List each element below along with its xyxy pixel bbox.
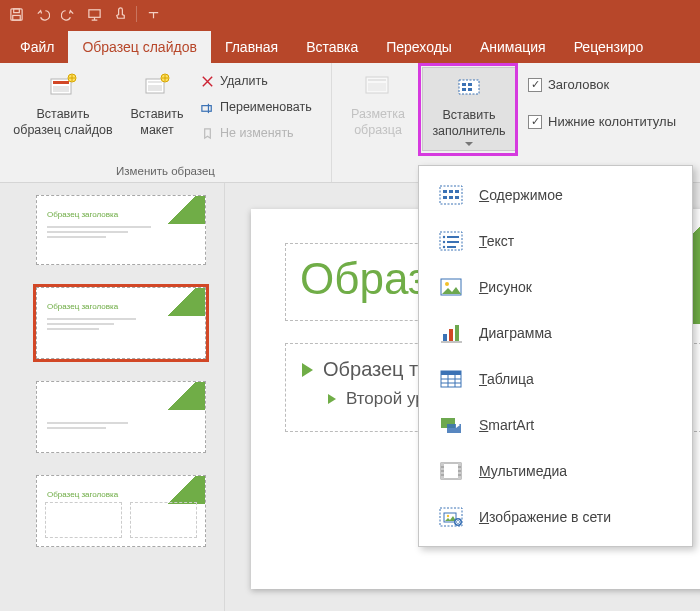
master-edit-small-buttons: Удалить Переименовать Не изменять: [196, 67, 315, 143]
placeholder-checkboxes: ✓Заголовок ✓Нижние колонтитулы: [522, 67, 676, 131]
svg-rect-32: [447, 241, 459, 243]
svg-rect-2: [12, 15, 20, 20]
insert-layout-label: Вставить макет: [131, 107, 184, 138]
svg-rect-14: [368, 79, 386, 81]
svg-point-33: [443, 246, 445, 248]
svg-rect-15: [368, 83, 386, 91]
qat-customize-button[interactable]: [141, 3, 165, 25]
svg-rect-37: [443, 334, 447, 341]
insert-layout-icon: [140, 70, 174, 104]
svg-rect-19: [462, 88, 466, 91]
tab-home[interactable]: Главная: [211, 31, 292, 63]
insert-master-icon: [46, 70, 80, 104]
menu-picture[interactable]: Рисунок: [419, 264, 692, 310]
svg-rect-34: [447, 246, 456, 248]
rename-icon: [199, 99, 215, 115]
master-layout-button: Разметка образца: [340, 67, 416, 138]
table-icon: [437, 365, 465, 393]
svg-point-49: [447, 515, 449, 517]
thumb-layout-2[interactable]: [36, 381, 206, 453]
menu-text[interactable]: Текст: [419, 218, 692, 264]
text-icon: [437, 227, 465, 255]
undo-button[interactable]: [30, 3, 54, 25]
menu-online-image[interactable]: Изображение в сети: [419, 494, 692, 540]
preserve-button: Не изменять: [196, 123, 315, 143]
thumb-layout-3[interactable]: Образец заголовка: [36, 475, 206, 547]
menu-media[interactable]: Мультимедиа: [419, 448, 692, 494]
svg-rect-1: [13, 8, 19, 12]
svg-rect-12: [201, 105, 210, 111]
thumbnail-panel[interactable]: Образец заголовка Образец заголовка Обра…: [0, 183, 225, 611]
footers-checkbox[interactable]: ✓Нижние колонтитулы: [528, 112, 676, 131]
menu-smartart[interactable]: SmartArt: [419, 402, 692, 448]
tab-slide-master[interactable]: Образец слайдов: [68, 31, 210, 63]
thumb-master[interactable]: Образец заголовка: [36, 195, 206, 265]
touch-mode-button[interactable]: [108, 3, 132, 25]
svg-rect-3: [88, 9, 99, 17]
online-image-icon: [437, 503, 465, 531]
slideshow-button[interactable]: [82, 3, 106, 25]
smartart-icon: [437, 411, 465, 439]
svg-rect-17: [462, 83, 466, 86]
menu-table[interactable]: Таблица: [419, 356, 692, 402]
insert-layout-button[interactable]: Вставить макет: [124, 67, 190, 138]
svg-rect-26: [449, 196, 453, 199]
bullet-icon: [302, 363, 313, 377]
svg-rect-9: [148, 81, 162, 83]
placeholder-dropdown-menu: Содержимое Текст Рисунок Диаграмма Табли…: [418, 165, 693, 547]
menu-content[interactable]: Содержимое: [419, 172, 692, 218]
check-icon: ✓: [528, 115, 542, 129]
svg-rect-22: [443, 190, 447, 193]
insert-placeholder-icon: [452, 71, 486, 105]
redo-button[interactable]: [56, 3, 80, 25]
svg-point-29: [443, 236, 445, 238]
quick-access-toolbar: [0, 0, 700, 28]
menu-chart[interactable]: Диаграмма: [419, 310, 692, 356]
ribbon-group-edit-master: Вставить образец слайдов Вставить макет …: [0, 63, 332, 182]
svg-rect-24: [455, 190, 459, 193]
master-layout-icon: [361, 70, 395, 104]
insert-placeholder-label: Вставить заполнитель: [432, 108, 505, 139]
svg-rect-5: [53, 81, 69, 84]
delete-button[interactable]: Удалить: [196, 71, 315, 91]
preserve-icon: [199, 125, 215, 141]
group-edit-label: Изменить образец: [8, 163, 323, 180]
check-icon: ✓: [528, 78, 542, 92]
chart-icon: [437, 319, 465, 347]
svg-point-31: [443, 241, 445, 243]
tab-animations[interactable]: Анимация: [466, 31, 560, 63]
svg-rect-20: [468, 88, 472, 91]
insert-master-label: Вставить образец слайдов: [13, 107, 112, 138]
svg-rect-39: [455, 325, 459, 341]
save-button[interactable]: [4, 3, 28, 25]
qat-separator: [136, 6, 137, 22]
svg-rect-18: [468, 83, 472, 86]
thumb-layout-1[interactable]: Образец заголовка: [36, 287, 206, 359]
svg-rect-30: [447, 236, 459, 238]
title-checkbox[interactable]: ✓Заголовок: [528, 75, 676, 94]
master-layout-label: Разметка образца: [351, 107, 405, 138]
svg-rect-27: [455, 196, 459, 199]
svg-rect-16: [459, 80, 479, 94]
ribbon-tabstrip: Файл Образец слайдов Главная Вставка Пер…: [0, 28, 700, 63]
svg-point-36: [445, 282, 449, 286]
tab-review[interactable]: Рецензиро: [560, 31, 658, 63]
media-icon: [437, 457, 465, 485]
content-icon: [437, 181, 465, 209]
svg-rect-25: [443, 196, 447, 199]
rename-button[interactable]: Переименовать: [196, 97, 315, 117]
tab-transitions[interactable]: Переходы: [372, 31, 466, 63]
tab-file[interactable]: Файл: [6, 31, 68, 63]
bullet-icon: [328, 394, 336, 404]
svg-rect-10: [148, 85, 162, 91]
svg-rect-6: [53, 86, 69, 92]
svg-rect-21: [440, 186, 462, 204]
picture-icon: [437, 273, 465, 301]
svg-rect-41: [441, 371, 461, 375]
svg-rect-23: [449, 190, 453, 193]
svg-rect-38: [449, 329, 453, 341]
insert-placeholder-button[interactable]: Вставить заполнитель: [422, 67, 516, 151]
insert-slide-master-button[interactable]: Вставить образец слайдов: [8, 67, 118, 138]
tab-insert[interactable]: Вставка: [292, 31, 372, 63]
dropdown-caret-icon: [465, 142, 473, 150]
